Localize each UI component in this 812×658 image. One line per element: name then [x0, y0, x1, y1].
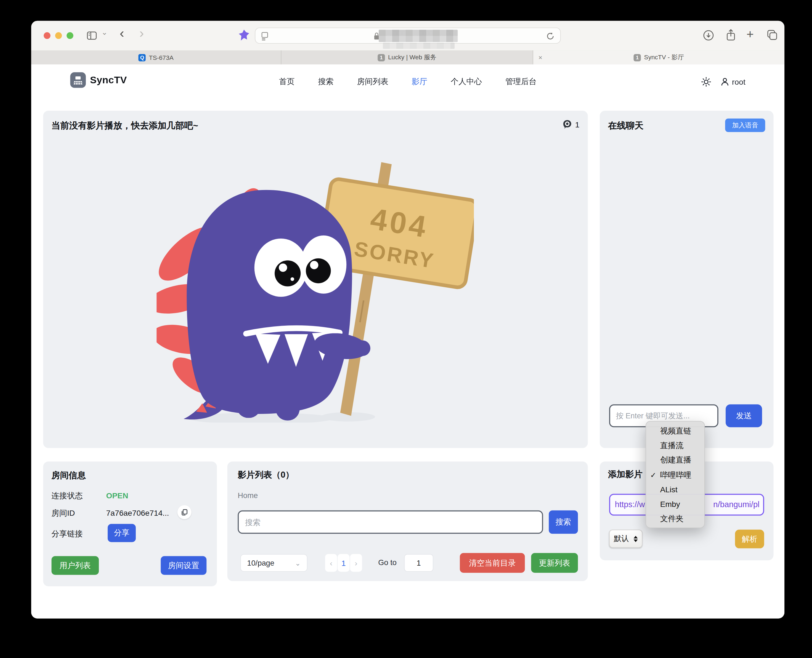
reader-icon[interactable]: [261, 32, 269, 41]
room-info-card: 房间信息 连接状态 OPEN 房间ID 7a76ae706e714... 分享链…: [43, 462, 217, 586]
hall-empty-message: 当前没有影片播放，快去添加几部吧~: [52, 119, 198, 131]
tab-badge: 1: [378, 54, 385, 61]
tab-close-icon[interactable]: ×: [539, 50, 542, 64]
redacted-url-tail: [383, 43, 455, 49]
pagination: ‹ 1 ›: [325, 554, 362, 572]
extension-icon[interactable]: [238, 29, 250, 42]
vendor-select[interactable]: 默认: [609, 530, 642, 548]
breadcrumb-home[interactable]: Home: [238, 491, 258, 500]
redacted-url: [379, 30, 458, 42]
room-id-label: 房间ID: [52, 508, 75, 518]
share-icon[interactable]: [725, 29, 737, 42]
tab-title: SyncTV - 影厅: [644, 53, 684, 62]
nav-item-rooms[interactable]: 房间列表: [357, 77, 388, 86]
tab-overview-icon[interactable]: [766, 29, 778, 41]
user-icon: [721, 77, 729, 86]
movie-list-card: 影片列表（0） Home 搜索 10/page ⌄ ‹ 1 › Go to 清空…: [228, 462, 588, 581]
back-button[interactable]: ‹: [119, 25, 124, 41]
forward-button[interactable]: ›: [140, 25, 144, 41]
room-id-value: 7a76ae706e714...: [106, 508, 169, 517]
hall-card: 当前没有影片播放，快去添加几部吧~ 1: [43, 111, 587, 448]
qnap-favicon: Q: [138, 54, 146, 61]
url-fragment-left: https://w: [615, 500, 645, 509]
screenshot-stage: ⌄ ‹ ›: [0, 0, 812, 658]
share-button[interactable]: 分享: [108, 524, 136, 542]
menu-item-folder[interactable]: 文件夹: [646, 512, 704, 526]
source-type-menu: 视频直链 直播流 创建直播 ✓ 哔哩哔哩 AList Emby 文件夹: [646, 421, 705, 528]
check-icon: ✓: [650, 467, 657, 482]
tab-title: TS-673A: [149, 54, 174, 61]
tab-title: Lucky | Web 服务: [388, 53, 437, 62]
nav-item-admin[interactable]: 管理后台: [505, 77, 537, 86]
movie-list-title: 影片列表（0）: [238, 469, 294, 481]
menu-item-bilibili[interactable]: ✓ 哔哩哔哩: [646, 467, 704, 482]
menu-item-live-stream[interactable]: 直播流: [646, 438, 704, 453]
select-arrows-icon: [634, 536, 638, 542]
reload-icon[interactable]: [546, 32, 554, 41]
vendor-value: 默认: [614, 534, 629, 544]
viewer-counter: 1: [562, 119, 580, 130]
refresh-list-button[interactable]: 更新列表: [531, 553, 578, 573]
traffic-zoom-button[interactable]: [66, 32, 74, 39]
user-menu[interactable]: root: [721, 77, 746, 86]
username: root: [732, 77, 746, 86]
goto-page-input[interactable]: [404, 554, 433, 572]
share-link-label: 分享链接: [52, 529, 83, 539]
site-navbar: SyncTV 首页 搜索 房间列表 影厅 个人中心 管理后台: [31, 64, 784, 99]
chat-title: 在线聊天: [608, 119, 643, 131]
page-size-select[interactable]: 10/page ⌄: [240, 554, 308, 572]
url-fragment-right: n/bangumi/pl: [713, 500, 759, 509]
add-movie-title: 添加影片: [608, 469, 642, 480]
prev-page-button[interactable]: ‹: [325, 554, 337, 572]
chat-card: 在线聊天 加入语音 发送: [600, 111, 773, 448]
nav-item-profile[interactable]: 个人中心: [451, 77, 482, 86]
page-size-value: 10/page: [247, 559, 274, 567]
safari-window: ⌄ ‹ ›: [31, 21, 784, 618]
nav-item-cinema[interactable]: 影厅: [412, 77, 427, 86]
chevron-down-icon: ⌄: [295, 559, 301, 567]
copy-room-id-button[interactable]: [177, 505, 192, 519]
sidebar-toggle-icon[interactable]: [86, 30, 97, 41]
mascot-404-illustration: 404 SORRY: [157, 160, 474, 423]
nav-menu: 首页 搜索 房间列表 影厅 个人中心 管理后台: [31, 64, 784, 99]
theme-sun-icon[interactable]: [701, 77, 711, 86]
next-page-button[interactable]: ›: [350, 554, 362, 572]
sidebar-chevron-icon[interactable]: ⌄: [102, 28, 108, 36]
menu-item-alist[interactable]: AList: [646, 483, 704, 497]
movie-search-button[interactable]: 搜索: [549, 511, 578, 534]
tab-lucky[interactable]: 1 Lucky | Web 服务: [281, 50, 533, 64]
status-label: 连接状态: [52, 491, 83, 501]
nav-item-search[interactable]: 搜索: [318, 77, 334, 86]
room-info-title: 房间信息: [52, 470, 86, 481]
tab-synctv[interactable]: × 1 SyncTV - 影厅: [533, 50, 784, 64]
eye-bubble-icon: [562, 119, 573, 130]
viewer-count: 1: [575, 120, 580, 128]
movie-search-input[interactable]: [238, 511, 543, 534]
tab-badge: 1: [634, 54, 641, 61]
room-settings-button[interactable]: 房间设置: [161, 556, 206, 575]
menu-item-direct-link[interactable]: 视频直链: [646, 424, 704, 438]
browser-toolbar: ⌄ ‹ ›: [31, 21, 784, 50]
send-button[interactable]: 发送: [726, 404, 762, 427]
goto-label: Go to: [378, 558, 397, 566]
join-voice-button[interactable]: 加入语音: [725, 119, 765, 132]
user-list-button[interactable]: 用户列表: [52, 556, 99, 575]
nav-item-home[interactable]: 首页: [279, 77, 295, 86]
parse-button[interactable]: 解析: [735, 530, 764, 548]
traffic-close-button[interactable]: [44, 32, 50, 39]
tab-ts673a[interactable]: Q TS-673A: [31, 50, 281, 64]
downloads-icon[interactable]: [703, 30, 714, 41]
nav-right: root: [701, 64, 746, 99]
status-value: OPEN: [106, 491, 128, 500]
clear-directory-button[interactable]: 清空当前目录: [460, 553, 525, 573]
menu-item-create-live[interactable]: 创建直播: [646, 453, 704, 467]
copy-icon: [181, 509, 188, 516]
current-page[interactable]: 1: [338, 554, 349, 572]
tab-strip: Q TS-673A 1 Lucky | Web 服务 × 1 SyncTV - …: [31, 50, 784, 64]
new-tab-button[interactable]: +: [747, 27, 754, 42]
synctv-page: SyncTV 首页 搜索 房间列表 影厅 个人中心 管理后台: [31, 64, 784, 619]
traffic-minimize-button[interactable]: [55, 32, 62, 39]
menu-item-emby[interactable]: Emby: [646, 497, 704, 512]
